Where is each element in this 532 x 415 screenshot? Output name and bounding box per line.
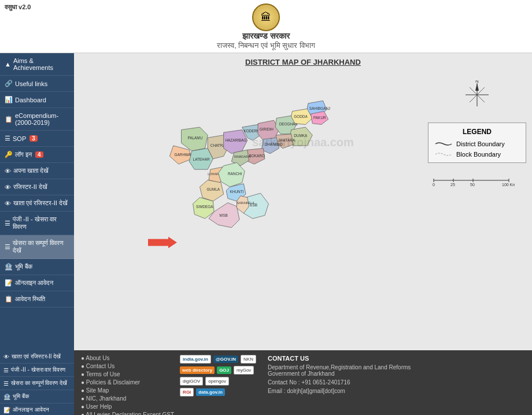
footer-contact: CONTACT US Department of Revenue,Registr… [268,355,411,394]
logo-india-gov[interactable]: india.gov.in [180,355,211,364]
logo-rgi[interactable]: RGI [180,388,194,397]
footer-link-contact[interactable]: ● Contact Us [81,363,174,369]
aims-icon: ▲ [5,61,11,68]
sidebar-item-label: Useful links [15,80,47,87]
footer-nav-bhumi-bank-icon: 🏦 [3,394,10,400]
panji2-icon: ☰ [5,220,10,227]
legend-box: LEGEND District Boundary Block Boundary [428,123,526,163]
footer-nav-khesra[interactable]: ☰ खेसरा का सम्पूर्ण विवरण देखें [0,377,74,390]
footer-logos-row4: RGI data.gov.in [180,388,256,397]
logo-mygov[interactable]: myGov [234,366,254,375]
sidebar-item-label: Aims & Achievements [13,57,69,71]
sidebar-item-apna-khata[interactable]: 👁 अपना खाता देखें [0,163,74,179]
footer-link-about[interactable]: ● About Us [81,355,174,361]
footer-nav-khesra-label: खेसरा का सम्पूर्ण विवरण देखें [11,380,67,387]
sidebar-item-label: रजिस्टर-II देखें [13,183,47,191]
contact-dept: Department of Revenue,Registration and L… [268,364,411,370]
footer-nav-bhumi-bank[interactable]: 🏦 भूमि बैंक [0,390,74,403]
sidebar-item-register2[interactable]: 👁 रजिस्टर-II देखें [0,179,74,195]
sidebar-item-dashboard[interactable]: 📊 Dashboard [0,92,74,108]
svg-marker-53 [475,83,479,91]
footer-link-policies[interactable]: ● Policies & Disclaimer [81,379,174,386]
sop-badge: 3 [29,135,38,142]
svg-text:PAKUR: PAKUR [313,116,326,120]
svg-text:LATEHAR: LATEHAR [193,157,210,161]
footer-link-nic[interactable]: ● NIC, Jharkhand [81,395,174,402]
header-subtitle: राजस्व, निबन्धन एवं भूमि सुधार विभाग [0,41,532,50]
apna-khata-icon: 👁 [5,168,11,175]
footer-nav-khesra-icon: ☰ [3,380,9,387]
sidebar-item-aavedan-sthiti[interactable]: 📋 आवेदन स्थिति [0,291,74,307]
map-content-area: PALAMU GARHWA LATEHAR CHATRA HAZARIBAG K [74,69,532,346]
logo-opengov[interactable]: opengov [205,377,229,386]
footer-link-terms[interactable]: ● Terms of Use [81,371,174,377]
footer-link-sitemap[interactable]: ● Site Map [81,387,174,394]
svg-text:SIMDEGA: SIMDEGA [196,205,213,209]
footer-nav: 👁 खाता एवं रजिस्टर-II देखें ☰ पंजी -II -… [0,350,74,415]
scale-bar: 0 25 50 100 Km [428,175,526,187]
footer-link-levies[interactable]: ● All Levies Declaration Except GST [81,412,174,415]
sidebar-item-useful-links[interactable]: 🔗 Useful links [0,76,74,92]
logo-datagov[interactable]: data.gov.in [196,388,225,396]
svg-text:100 Km: 100 Km [502,183,515,186]
sidebar-item-label: eCompendium-(2000-2019) [15,112,69,126]
sidebar-item-label: ऑनलाइन आवेदन [15,279,53,287]
footer-nav-bhumi-bank-label: भूमि बैंक [13,393,29,400]
svg-text:0: 0 [433,183,435,186]
svg-text:GIRIDIH: GIRIDIH [260,127,274,131]
footer-nav-khata-r2-label: खाता एवं रजिस्टर-II देखें [12,353,61,360]
svg-text:25: 25 [450,183,455,186]
footer-nav-khata-r2[interactable]: 👁 खाता एवं रजिस्टर-II देखें [0,350,74,364]
svg-text:RANCHI: RANCHI [228,172,242,176]
logo-digicov[interactable]: digiGOV [180,377,203,386]
footer-content: ● About Us ● Contact Us ● Terms of Use ●… [74,350,532,415]
footer-logos-row2: web directory GOJ myGov [180,366,256,375]
sidebar-item-ecompendium[interactable]: 📋 eCompendium-(2000-2019) [0,108,74,131]
contact-phone: Contact No : +91 0651-2401716 [268,379,411,386]
contact-email: Email : dolrjh[at]gmail[dot]com [268,388,411,394]
footer-nav-online-aavedan-label: ऑनलाइन आवेदन [13,406,49,413]
footer-logos: india.gov.in @GOV.IN NKN web directory G… [180,355,256,397]
svg-text:GODDA: GODDA [294,114,308,118]
logo-goj[interactable]: GOJ [217,366,231,374]
footer-link-user-help[interactable]: ● User Help [81,403,174,410]
sidebar-item-sop[interactable]: ☰ SOP 3 [0,131,74,147]
legend-district-item: District Boundary [434,140,520,147]
contact-title: CONTACT US [268,355,411,362]
footer: 👁 खाता एवं रजिस्टर-II देखें ☰ पंजी -II -… [0,350,532,415]
svg-text:GUMLA: GUMLA [206,187,220,191]
header-title: झारखण्ड सरकार [0,31,532,41]
svg-text:GARHWA: GARHWA [175,153,191,157]
sidebar-item-online-aavedan[interactable]: 📝 ऑनलाइन आवेदन [0,275,74,291]
sidebar-item-bhumi-bank[interactable]: 🏦 भूमि बैंक [0,259,74,275]
header-logo: 🏛 [252,3,280,31]
sidebar-item-label: SOP [13,135,26,142]
map-title: DISTRICT MAP OF JHARKHAND [74,53,532,69]
footer-nav-online-aavedan-icon: 📝 [3,407,10,413]
sop-icon: ☰ [5,135,10,142]
legend-block-item: Block Boundary [434,151,520,158]
footer-nav-online-aavedan[interactable]: 📝 ऑनलाइन आवेदन [0,403,74,415]
sidebar-item-label: भूमि बैंक [15,263,32,271]
logo-nkn[interactable]: NKN [241,355,256,364]
footer-logos-row3: digiGOV opengov [180,377,256,386]
online-aavedan-icon: 📝 [5,279,13,287]
header: वसुधा v2.0 🏛 झारखण्ड सरकार राजस्व, निबन्… [0,0,532,53]
svg-text:PALAMU: PALAMU [187,136,202,140]
compass: N [428,80,526,111]
sidebar-item-aims[interactable]: ▲ Aims & Achievements [0,53,74,76]
footer-nav-panji2[interactable]: ☰ पंजी -II - खेसरा वार विवरण [0,364,74,377]
svg-text:JAMTARA: JAMTARA [278,138,295,142]
sidebar-item-panji2[interactable]: ☰ पंजी -II - खेसरा वार विवरण [0,212,74,235]
logo-egov[interactable]: @GOV.IN [213,355,238,363]
logo-webdir[interactable]: web directory [180,366,215,374]
sidebar-item-khesra-sampoorn[interactable]: ☰ खेसरा का सम्पूर्ण विवरण देखें [0,235,74,259]
svg-text:DUMKA: DUMKA [294,134,308,138]
login-badge: 4 [35,151,43,158]
sidebar-item-label: अपना खाता देखें [13,167,49,175]
sidebar-item-login[interactable]: 🔑 लॉग इन 4 [0,147,74,163]
sidebar-item-khata-register2[interactable]: 👁 खाता एवं रजिस्टर-II देखें [0,195,74,212]
login-icon: 🔑 [5,151,13,158]
app-version: वसुधा v2.0 [5,3,31,11]
legend-district-label: District Boundary [456,140,505,147]
